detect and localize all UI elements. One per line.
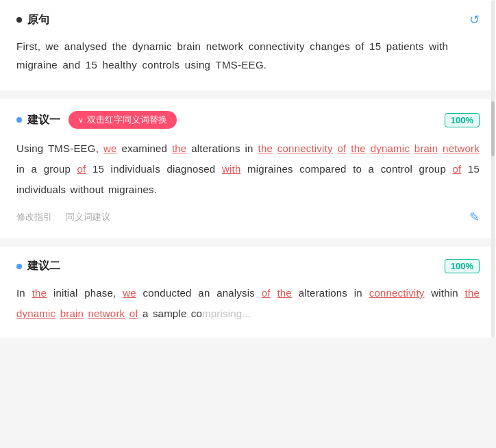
word-brain[interactable]: brain <box>414 142 438 154</box>
suggestion-one-title-text: 建议一 <box>27 113 60 127</box>
synonym-suggestion-link[interactable]: 同义词建议 <box>66 211 110 223</box>
word-we-s2[interactable]: we <box>123 287 136 299</box>
chevron-down-icon: ∨ <box>78 116 84 125</box>
suggestion-one-header: 建议一 ∨ 双击红字同义词替换 100% <box>16 111 480 129</box>
page-container: 原句 ↺ First, we analysed the dynamic brai… <box>0 0 496 338</box>
suggestion-two-dot <box>16 264 22 269</box>
text-faded: mprising... <box>202 308 251 319</box>
original-section: 原句 ↺ First, we analysed the dynamic brai… <box>0 0 496 90</box>
word-of-1[interactable]: of <box>338 142 347 154</box>
word-the-s2-1[interactable]: the <box>32 287 47 299</box>
word-dynamic[interactable]: dynamic <box>371 142 410 154</box>
text-normal: in a group <box>16 163 77 175</box>
suggestion-one-section: 建议一 ∨ 双击红字同义词替换 100% Using TMS-EEG, we e… <box>0 99 496 238</box>
text-normal: alterations in <box>292 287 369 299</box>
text-normal: conducted an analysis <box>136 287 262 299</box>
suggestion-one-text: Using TMS-EEG, we examined the alteratio… <box>16 138 480 200</box>
text-normal: a sample co <box>138 308 202 319</box>
original-title-text: 原句 <box>27 13 49 27</box>
original-dot <box>16 17 22 23</box>
word-dynamic-s2[interactable]: dynamic <box>16 308 55 319</box>
word-connectivity[interactable]: connectivity <box>277 142 333 154</box>
word-the-1[interactable]: the <box>172 142 186 154</box>
word-brain-s2[interactable]: brain <box>60 308 84 319</box>
suggestion-two-title: 建议二 <box>16 259 60 273</box>
word-network-s2[interactable]: network <box>88 308 125 319</box>
original-header: 原句 ↺ <box>16 12 480 27</box>
text-normal <box>410 142 414 154</box>
suggestion-two-section: 建议二 100% In the initial phase, we conduc… <box>0 247 496 338</box>
text-normal: In <box>16 287 32 299</box>
text-normal <box>273 142 277 154</box>
text-normal: within <box>424 287 464 299</box>
suggestion-two-header: 建议二 100% <box>16 259 480 273</box>
suggestion-one-percent: 100% <box>445 113 480 127</box>
word-the-s2-3[interactable]: the <box>465 287 480 299</box>
text-normal: examined <box>117 142 172 154</box>
suggestion-one-title: 建议一 <box>16 113 60 127</box>
text-normal: initial phase, <box>47 287 123 299</box>
original-text: First, we analysed the dynamic brain net… <box>16 37 480 74</box>
word-of-s2-1[interactable]: of <box>262 287 271 299</box>
original-title: 原句 <box>16 13 49 27</box>
footer-links: 修改指引 同义词建议 <box>16 211 110 223</box>
text-normal <box>333 142 338 154</box>
suggestion-two-text: In the initial phase, we conducted an an… <box>16 283 480 324</box>
text-normal: 15 individuals diagnosed <box>86 163 221 175</box>
synonym-replace-button[interactable]: ∨ 双击红字同义词替换 <box>69 111 177 129</box>
word-of-s2-2[interactable]: of <box>129 308 138 319</box>
suggestion-one-footer: 修改指引 同义词建议 ✎ <box>16 210 480 225</box>
word-of-2[interactable]: of <box>77 163 86 175</box>
suggestion-two-title-text: 建议二 <box>27 259 60 273</box>
word-we-1[interactable]: we <box>103 142 117 154</box>
word-with[interactable]: with <box>222 163 240 175</box>
suggestion-two-percent: 100% <box>445 259 480 273</box>
text-normal: migraines compared to a control group <box>240 163 452 175</box>
scrollbar-track <box>491 0 495 338</box>
text-normal <box>366 142 371 154</box>
suggestion-one-title-area: 建议一 ∨ 双击红字同义词替换 <box>16 111 177 129</box>
word-of-3[interactable]: of <box>452 163 461 175</box>
text-normal <box>271 287 277 299</box>
text-normal: Using TMS-EEG, <box>16 142 103 154</box>
word-connectivity-s2[interactable]: connectivity <box>369 287 425 299</box>
suggestion-one-dot <box>16 117 22 123</box>
refresh-icon[interactable]: ↺ <box>469 12 480 27</box>
text-normal: alterations in <box>186 142 258 154</box>
scrollbar-thumb[interactable] <box>491 101 495 156</box>
word-network[interactable]: network <box>443 142 480 154</box>
word-the-2[interactable]: the <box>258 142 273 154</box>
edit-icon[interactable]: ✎ <box>469 210 480 225</box>
revision-guide-link[interactable]: 修改指引 <box>16 211 52 223</box>
word-the-s2-2[interactable]: the <box>277 287 291 299</box>
synonym-badge-label: 双击红字同义词替换 <box>87 114 167 126</box>
word-the-3[interactable]: the <box>351 142 365 154</box>
